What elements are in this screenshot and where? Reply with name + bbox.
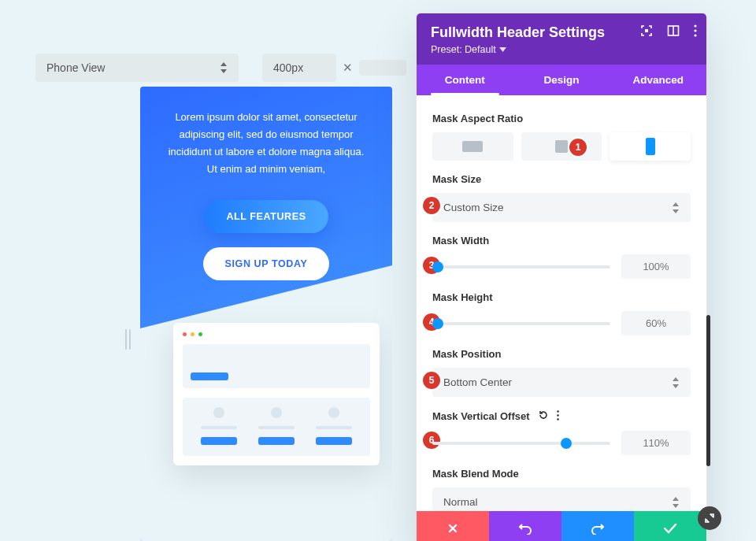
viewport-height-input[interactable] [359, 60, 406, 76]
reset-icon[interactable] [538, 409, 549, 423]
svg-point-6 [557, 414, 559, 417]
mask-height-label: Mask Height [432, 291, 691, 303]
mask-size-select[interactable]: Custom Size [432, 193, 691, 222]
panel-scrollbar[interactable] [706, 315, 710, 466]
view-mode-value: Phone View [46, 61, 105, 74]
mask-position-field: Mask Position 5 Bottom Center [432, 348, 691, 397]
expand-fab[interactable] [698, 506, 721, 530]
responsive-controls: Phone View 400px ✕ [35, 54, 406, 82]
annotation-badge-5: 5 [423, 372, 440, 389]
mask-height-slider[interactable] [432, 322, 610, 325]
window-dots [183, 332, 370, 336]
annotation-badge-2: 2 [423, 197, 440, 214]
mask-aspect-ratio-field: Mask Aspect Ratio 1 [432, 113, 691, 161]
aspect-square[interactable] [521, 132, 602, 161]
hero-body-text: Lorem ipsum dolor sit amet, consectetur … [140, 87, 392, 191]
more-icon[interactable] [557, 410, 559, 423]
chevron-updown-icon [220, 62, 228, 73]
focus-icon[interactable] [640, 24, 653, 37]
undo-button[interactable] [489, 511, 561, 541]
mask-width-field: Mask Width 3 100% [432, 235, 691, 279]
mask-height-value[interactable]: 60% [621, 311, 691, 335]
svg-point-5 [557, 410, 559, 413]
mask-width-label: Mask Width [432, 235, 691, 246]
mask-width-value[interactable]: 100% [621, 254, 691, 279]
tab-design[interactable]: Design [513, 65, 610, 95]
all-features-button[interactable]: ALL FEATURES [204, 200, 328, 233]
aspect-portrait[interactable] [610, 132, 691, 161]
svg-point-4 [694, 34, 696, 36]
tab-content[interactable]: Content [417, 65, 513, 95]
columns-icon[interactable] [667, 24, 680, 37]
aspect-landscape[interactable] [432, 132, 513, 161]
save-button[interactable] [634, 511, 706, 541]
mask-size-field: Mask Size 2 Custom Size [432, 173, 691, 222]
mask-aspect-ratio-label: Mask Aspect Ratio [432, 113, 691, 124]
svg-point-2 [694, 24, 696, 27]
mask-width-slider[interactable] [432, 265, 610, 269]
tab-advanced[interactable]: Advanced [610, 65, 706, 95]
panel-body: Mask Aspect Ratio 1 Mask Size 2 Custom S… [417, 95, 706, 511]
panel-tabs: Content Design Advanced [417, 65, 706, 95]
redo-button[interactable] [561, 511, 634, 541]
mock-browser-window [173, 323, 380, 465]
multiply-icon: ✕ [343, 61, 353, 75]
mask-size-label: Mask Size [432, 173, 691, 185]
preset-selector[interactable]: Preset: Default [431, 44, 692, 55]
mask-blend-mode-label: Mask Blend Mode [432, 468, 691, 480]
annotation-badge-1: 1 [569, 139, 587, 156]
mask-vertical-offset-field: Mask Vertical Offset 6 110% [432, 409, 691, 455]
annotation-badge-6: 6 [423, 432, 440, 449]
panel-header[interactable]: Fullwidth Header Settings Preset: Defaul… [417, 13, 706, 65]
mask-position-label: Mask Position [432, 348, 691, 360]
sign-up-button[interactable]: SIGN UP TODAY [203, 247, 330, 280]
settings-panel: Fullwidth Header Settings Preset: Defaul… [416, 13, 707, 541]
svg-rect-0 [645, 29, 648, 32]
mask-voffset-value[interactable]: 110% [621, 431, 691, 455]
viewport-width-input[interactable]: 400px [262, 54, 336, 82]
mask-vertical-offset-label: Mask Vertical Offset [432, 409, 691, 423]
mask-position-select[interactable]: Bottom Center [432, 368, 691, 397]
panel-actions [417, 511, 706, 541]
mask-voffset-slider[interactable] [432, 442, 610, 445]
mask-blend-mode-field: Mask Blend Mode Normal [432, 468, 691, 511]
cancel-button[interactable] [417, 511, 489, 541]
resize-handle[interactable] [125, 329, 131, 350]
hero-buttons: ALL FEATURES SIGN UP TODAY [140, 191, 392, 280]
svg-point-3 [694, 29, 696, 31]
phone-preview: Lorem ipsum dolor sit amet, consectetur … [140, 87, 392, 541]
more-icon[interactable] [694, 24, 697, 37]
view-mode-select[interactable]: Phone View [35, 54, 239, 82]
viewport-size-group: 400px ✕ [262, 54, 406, 82]
mask-height-field: Mask Height 4 60% [432, 291, 691, 335]
mask-blend-mode-select[interactable]: Normal [432, 487, 691, 511]
svg-point-7 [557, 418, 559, 421]
